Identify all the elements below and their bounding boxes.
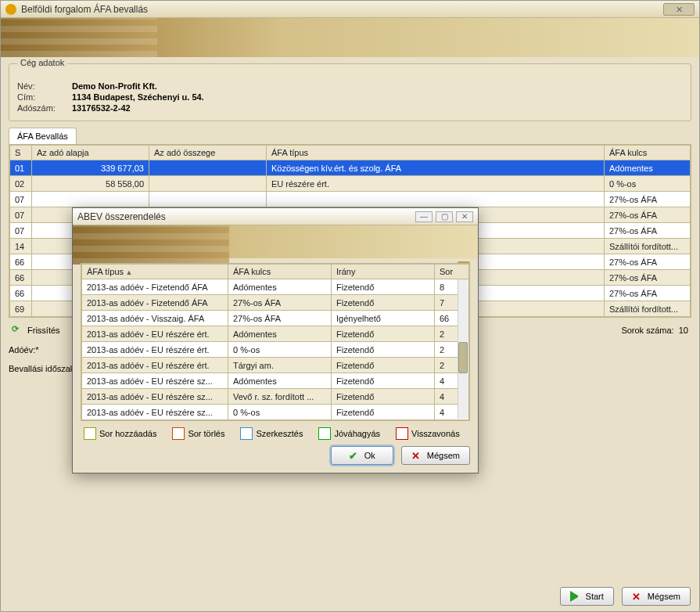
revoke-button[interactable]: Visszavonás (393, 426, 463, 441)
modal-toolbar: Sor hozzáadás Sor törlés Szerkesztés Jóv… (81, 426, 470, 441)
col-osszeg[interactable]: Az adó összege (149, 146, 267, 160)
modal-banner (73, 225, 478, 258)
table-row[interactable]: 2013-as adóév - Fizetendő ÁFAAdómentesFi… (82, 279, 469, 295)
table-row[interactable]: 0727%-os ÁFA (10, 192, 691, 207)
company-tax: 13176532-2-42 (72, 103, 131, 113)
close-icon: ✕ (632, 591, 643, 602)
add-row-button[interactable]: Sor hozzáadás (81, 426, 160, 441)
company-name: Demo Non-Profit Kft. (72, 81, 157, 91)
col-s[interactable]: S (10, 146, 32, 160)
rowcount: Sorok száma: 10 (621, 326, 688, 335)
check-icon: ✔ (349, 450, 360, 461)
modal-cancel-button[interactable]: ✕Mégsem (401, 446, 470, 465)
app-icon (5, 4, 16, 15)
close-icon: ✕ (411, 450, 422, 461)
maximize-icon[interactable]: ▢ (436, 211, 453, 222)
delete-icon (172, 427, 185, 440)
edit-icon (240, 427, 253, 440)
modal-titlebar[interactable]: ABEV összerendelés — ▢ ✕ (73, 208, 478, 225)
table-row[interactable]: 2013-as adóév - EU részére sz...Vevő r. … (82, 389, 469, 405)
table-row[interactable]: 2013-as adóév - EU részére ért.Adómentes… (82, 326, 469, 342)
table-row[interactable]: 01339 677,03Közösségen kív.ért. és szolg… (10, 160, 691, 176)
approve-icon (318, 427, 331, 440)
revoke-icon (396, 427, 408, 440)
header-banner (1, 18, 699, 57)
col-kulcs[interactable]: ÁFA kulcs (605, 146, 691, 160)
table-row[interactable]: 2013-as adóév - Fizetendő ÁFA27%-os ÁFAF… (82, 295, 469, 311)
refresh-button[interactable]: ⟳Frissítés (9, 322, 63, 338)
refresh-icon: ⟳ (12, 324, 24, 337)
delete-row-button[interactable]: Sor törlés (169, 426, 228, 441)
mcol-kulcs[interactable]: ÁFA kulcs (228, 265, 332, 279)
modal-close-icon[interactable]: ✕ (456, 211, 473, 222)
minimize-icon[interactable]: — (415, 211, 433, 222)
company-address: 1134 Budapest, Széchenyi u. 54. (72, 92, 204, 102)
play-icon (570, 591, 581, 602)
modal-title: ABEV összerendelés (77, 211, 166, 222)
ok-button[interactable]: ✔Ok (331, 446, 393, 465)
window-title: Belföldi forgalom ÁFA bevallás (21, 4, 148, 15)
modal-grid: ÁFA típus ÁFA kulcs Irány Sor 2013-as ad… (81, 263, 470, 421)
add-icon (84, 427, 96, 440)
table-row[interactable]: 2013-as adóév - EU részére ért.0 %-osFiz… (82, 342, 469, 358)
company-tax-label: Adószám: (17, 103, 72, 113)
mcol-sor[interactable]: Sor (435, 265, 469, 279)
approve-button[interactable]: Jóváhagyás (315, 426, 383, 441)
company-address-label: Cím: (17, 92, 72, 102)
tabstrip: ÁFA Bevallás (9, 128, 691, 144)
abev-modal: ABEV összerendelés — ▢ ✕ i ÁFA típus ÁFA… (72, 207, 479, 473)
company-fieldset: Cég adatok Név:Demo Non-Profit Kft. Cím:… (9, 63, 691, 121)
edit-button[interactable]: Szerkesztés (237, 426, 306, 441)
table-row[interactable]: 2013-as adóév - EU részére sz...Adómente… (82, 373, 469, 389)
col-alap[interactable]: Az adó alapja (32, 146, 149, 160)
modal-grid-header[interactable]: ÁFA típus ÁFA kulcs Irány Sor (82, 265, 469, 279)
company-legend: Cég adatok (17, 58, 67, 67)
table-row[interactable]: 0258 558,00EU részére ért.0 %-os (10, 176, 691, 192)
close-icon[interactable]: ✕ (663, 3, 695, 16)
start-button[interactable]: Start (560, 587, 614, 606)
scrollbar-thumb[interactable] (458, 342, 468, 373)
tab-afa-bevallas[interactable]: ÁFA Bevallás (9, 128, 77, 144)
cancel-button[interactable]: ✕Mégsem (622, 587, 691, 606)
mcol-irany[interactable]: Irány (332, 265, 435, 279)
table-row[interactable]: 2013-as adóév - Visszaig. ÁFA27%-os ÁFAI… (82, 311, 469, 326)
col-tipus[interactable]: ÁFA típus (267, 146, 605, 160)
modal-footer: ✔Ok ✕Mégsem (81, 446, 470, 465)
mcol-tipus[interactable]: ÁFA típus (82, 265, 228, 279)
table-row[interactable]: 2013-as adóév - EU részére sz...0 %-osFi… (82, 405, 469, 420)
company-name-label: Név: (17, 81, 72, 91)
main-titlebar[interactable]: Belföldi forgalom ÁFA bevallás ✕ (1, 1, 699, 18)
table-row[interactable]: 2013-as adóév - EU részére ért.Tárgyi am… (82, 358, 469, 373)
main-footer: Start ✕Mégsem (560, 587, 691, 606)
main-grid-header[interactable]: S Az adó alapja Az adó összege ÁFA típus… (10, 146, 691, 160)
